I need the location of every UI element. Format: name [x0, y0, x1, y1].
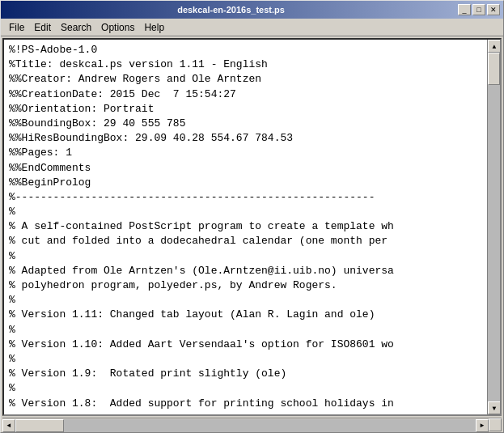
close-button[interactable]: ✕ — [487, 4, 500, 15]
scrollbar-corner — [489, 418, 502, 431]
scroll-down-button[interactable]: ▼ — [488, 401, 501, 414]
scroll-thumb-vertical[interactable] — [488, 53, 500, 85]
scroll-right-button[interactable]: ► — [476, 419, 489, 432]
main-window: deskcal-en-2016s_test.ps _ □ ✕ File Edit… — [0, 0, 504, 433]
horizontal-scrollbar-container: ◄ ► — [2, 418, 502, 432]
scroll-track-vertical[interactable] — [488, 53, 500, 401]
title-bar: deskcal-en-2016s_test.ps _ □ ✕ — [1, 1, 503, 19]
content-area: %!PS-Adobe-1.0 %Title: deskcal.ps versio… — [2, 38, 502, 416]
window-title: deskcal-en-2016s_test.ps — [4, 5, 458, 15]
text-editor[interactable]: %!PS-Adobe-1.0 %Title: deskcal.ps versio… — [4, 40, 487, 414]
window-controls: _ □ ✕ — [458, 4, 500, 15]
menu-search[interactable]: Search — [56, 20, 96, 35]
horizontal-scrollbar[interactable]: ◄ ► — [2, 418, 489, 432]
maximize-button[interactable]: □ — [472, 4, 485, 15]
minimize-button[interactable]: _ — [458, 4, 471, 15]
menu-bar: File Edit Search Options Help — [1, 19, 503, 36]
menu-edit[interactable]: Edit — [29, 20, 56, 35]
vertical-scrollbar[interactable]: ▲ ▼ — [487, 40, 500, 414]
menu-options[interactable]: Options — [96, 20, 139, 35]
scroll-track-horizontal[interactable] — [15, 419, 476, 432]
scroll-left-button[interactable]: ◄ — [2, 419, 15, 432]
menu-help[interactable]: Help — [139, 20, 169, 35]
scroll-up-button[interactable]: ▲ — [488, 40, 501, 53]
menu-file[interactable]: File — [4, 20, 29, 35]
scroll-thumb-horizontal[interactable] — [15, 419, 64, 432]
